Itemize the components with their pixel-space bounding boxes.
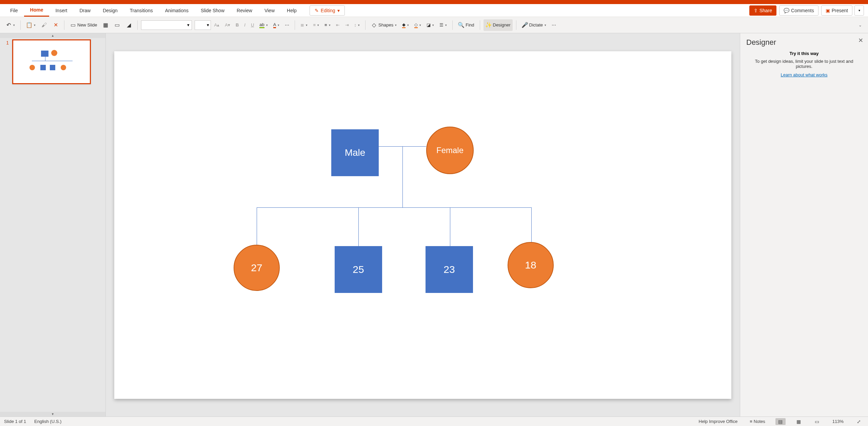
fit-icon: ⤢	[857, 419, 861, 424]
decrease-indent-button[interactable]: ⇤	[334, 19, 342, 31]
share-button[interactable]: ⇪ Share	[749, 5, 776, 16]
delete-button[interactable]: ✕	[51, 19, 61, 31]
sorter-view-button[interactable]: ▦	[794, 418, 804, 425]
designer-button[interactable]: ✨ Designer	[484, 19, 513, 31]
increase-font-button[interactable]: A▴	[212, 19, 222, 31]
separator	[365, 20, 366, 30]
shape-child-3[interactable]: 23	[426, 246, 473, 293]
tab-file[interactable]: File	[4, 4, 24, 17]
shape-female[interactable]: Female	[426, 127, 474, 174]
line-spacing-icon: ↕	[354, 22, 357, 27]
shape-child-4[interactable]: 18	[508, 242, 554, 288]
share-icon: ⇪	[754, 8, 758, 13]
find-button[interactable]: 🔍 Find	[456, 19, 476, 31]
font-size-combo[interactable]: ▾	[195, 20, 211, 30]
increase-indent-button[interactable]: ⇥	[343, 19, 351, 31]
chevron-down-icon: ▾	[266, 23, 268, 27]
connector	[402, 146, 403, 207]
designer-learn-link[interactable]: Learn about what works	[746, 72, 862, 77]
tab-slideshow[interactable]: Slide Show	[195, 4, 231, 17]
indent-icon: ⇥	[345, 22, 349, 27]
status-slide-info[interactable]: Slide 1 of 1	[4, 419, 26, 424]
tab-draw[interactable]: Draw	[73, 4, 97, 17]
editing-mode-button[interactable]: ✎ Editing ▾	[310, 5, 345, 16]
dictate-button[interactable]: 🎤 Dictate ▾	[520, 19, 548, 31]
align-icon: ≡	[324, 22, 327, 27]
shape-child-4-label: 18	[525, 259, 536, 271]
highlight-button[interactable]: ab▾	[257, 19, 270, 31]
font-name-combo[interactable]: ▾	[141, 20, 192, 30]
shape-outline-button[interactable]: ◇▾	[412, 19, 423, 31]
present-dropdown-button[interactable]: ▾	[854, 5, 864, 16]
present-button[interactable]: ▣ Present	[821, 5, 852, 16]
line-spacing-button[interactable]: ↕▾	[352, 19, 362, 31]
slide-canvas[interactable]: Male Female 27 25 23 18	[114, 51, 731, 399]
chevron-down-icon: ▾	[419, 23, 421, 27]
connector	[257, 207, 531, 208]
shape-female-label: Female	[436, 146, 463, 155]
more-commands-button[interactable]: ⋯	[550, 19, 558, 31]
tab-animations[interactable]: Animations	[159, 4, 195, 17]
more-font-button[interactable]: ⋯	[283, 19, 291, 31]
separator	[20, 20, 21, 30]
section-button[interactable]: ◢	[124, 19, 134, 31]
chevron-down-icon: ⌄	[859, 23, 862, 27]
tab-transitions[interactable]: Transitions	[124, 4, 159, 17]
zoom-level[interactable]: 113%	[830, 418, 846, 425]
shape-male[interactable]: Male	[331, 129, 379, 176]
decrease-font-button[interactable]: A▾	[223, 19, 232, 31]
underline-button[interactable]: U	[249, 19, 256, 31]
connector	[358, 207, 359, 248]
layout-icon: ▦	[103, 22, 109, 28]
help-improve-button[interactable]: Help Improve Office	[697, 418, 740, 425]
italic-button[interactable]: I	[242, 19, 248, 31]
font-color-icon: A	[273, 22, 276, 28]
numbering-icon: ≡	[313, 22, 316, 27]
new-slide-button[interactable]: ▭ New Slide	[68, 19, 99, 31]
tab-help[interactable]: Help	[281, 4, 303, 17]
reading-view-button[interactable]: ▭	[812, 418, 822, 425]
decrease-font-icon: A▾	[225, 22, 230, 27]
quick-styles-button[interactable]: ◪▾	[425, 19, 436, 31]
reset-button[interactable]: ▭	[112, 19, 122, 31]
shape-child-2[interactable]: 25	[335, 246, 382, 293]
connector	[450, 207, 450, 248]
font-color-button[interactable]: A▾	[271, 19, 282, 31]
notes-button[interactable]: ≡ Notes	[748, 418, 767, 425]
dictate-label: Dictate	[529, 22, 543, 27]
separator	[64, 20, 64, 30]
tab-design[interactable]: Design	[97, 4, 124, 17]
chevron-down-icon: ▾	[445, 23, 447, 27]
status-language[interactable]: English (U.S.)	[34, 419, 61, 424]
bold-button[interactable]: B	[234, 19, 241, 31]
fit-to-window-button[interactable]: ⤢	[854, 418, 864, 425]
shape-fill-button[interactable]: ◆▾	[400, 19, 411, 31]
numbering-button[interactable]: ≡▾	[311, 19, 321, 31]
layout-button[interactable]: ▦	[101, 19, 111, 31]
tab-view[interactable]: View	[258, 4, 281, 17]
tab-review[interactable]: Review	[231, 4, 258, 17]
clipboard-icon: 📋	[26, 22, 32, 28]
arrange-button[interactable]: ☰▾	[437, 19, 449, 31]
section-icon: ◢	[126, 22, 132, 28]
collapse-ribbon-button[interactable]: ⌄	[856, 21, 865, 29]
bullets-button[interactable]: ≣▾	[298, 19, 310, 31]
shape-child-1[interactable]: 27	[234, 245, 280, 291]
format-painter-button[interactable]: 🖌	[39, 19, 49, 31]
slide-thumbnail-1[interactable]	[12, 39, 91, 84]
undo-button[interactable]: ↶▾	[3, 19, 17, 31]
shapes-button[interactable]: ◇ Shapes ▾	[369, 19, 399, 31]
thumb-scroll-up[interactable]: ▲	[0, 33, 105, 38]
search-icon: 🔍	[458, 22, 464, 28]
close-designer-button[interactable]: ✕	[858, 37, 863, 44]
align-button[interactable]: ≡▾	[322, 19, 333, 31]
thumb-scroll-down[interactable]: ▼	[0, 412, 105, 416]
paste-button[interactable]: 📋▾	[24, 19, 38, 31]
bullets-icon: ≣	[300, 22, 304, 27]
separator	[295, 20, 295, 30]
chevron-down-icon: ▾	[337, 8, 340, 13]
normal-view-button[interactable]: ▤	[775, 418, 786, 425]
tab-home[interactable]: Home	[24, 4, 50, 17]
comments-button[interactable]: 💬 Comments	[779, 5, 818, 16]
tab-insert[interactable]: Insert	[49, 4, 73, 17]
